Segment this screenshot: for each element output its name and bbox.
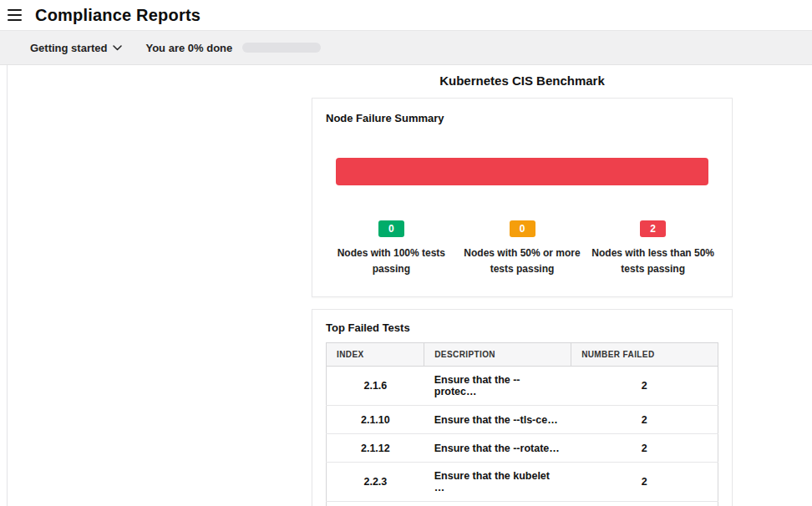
cell-number-failed: 2 [571,367,718,406]
stat-label: Nodes with 50% or more tests passing [459,245,585,276]
table-row: 2.2.10 Ensure that the kubelet … 2 [327,502,718,506]
cell-index: 2.1.12 [327,434,424,463]
cell-number-failed: 2 [571,406,718,434]
cell-number-failed: 2 [571,502,718,506]
cell-index: 2.2.10 [327,502,424,506]
page-title: Compliance Reports [35,6,200,25]
stat-nodes-50-or-more-passing: 0 Nodes with 50% or more tests passing [457,220,588,276]
cell-number-failed: 2 [571,463,718,502]
getting-started-dropdown[interactable]: Getting started [30,42,122,54]
node-failure-summary-title: Node Failure Summary [326,112,718,124]
cell-number-failed: 2 [571,434,718,463]
cell-description: Ensure that the --tls-ce… [424,406,571,434]
stat-label: Nodes with less than 50% tests passing [591,245,716,276]
getting-started-bar: Getting started You are 0% done [0,30,812,65]
table-row: 2.1.10 Ensure that the --tls-ce… 2 [327,406,718,434]
progress-bar [242,43,321,53]
top-failed-tests-table: INDEX DESCRIPTION NUMBER FAILED 2.1.6 En… [326,342,718,506]
cell-description: Ensure that the --rotate… [424,434,571,463]
node-failure-stats: 0 Nodes with 100% tests passing 0 Nodes … [326,220,718,283]
table-header-row: INDEX DESCRIPTION NUMBER FAILED [327,343,718,367]
cell-index: 2.1.10 [327,406,424,434]
stat-badge-green: 0 [378,220,404,237]
column-header-index: INDEX [327,343,424,367]
column-header-number-failed: NUMBER FAILED [571,343,718,367]
top-failed-tests-card: Top Failed Tests INDEX DESCRIPTION NUMBE… [312,309,733,506]
report-title: Kubernetes CIS Benchmark [312,70,733,98]
cell-description: Ensure that the kubelet … [424,463,571,502]
column-header-description: DESCRIPTION [424,343,571,367]
cell-index: 2.1.6 [327,367,424,406]
report-panel: Kubernetes CIS Benchmark Node Failure Su… [7,65,812,506]
node-failure-summary-card: Node Failure Summary 0 Nodes with 100% t… [312,98,733,297]
table-row: 2.1.12 Ensure that the --rotate… 2 [327,434,718,463]
chevron-down-icon [113,45,122,51]
node-failure-bar-chart [336,158,708,185]
stat-badge-orange: 0 [510,220,535,237]
progress-status-text: You are 0% done [145,42,232,54]
table-row: 2.2.3 Ensure that the kubelet … 2 [327,463,718,502]
cell-description: Ensure that the --protec… [424,367,571,406]
stat-badge-red: 2 [640,220,666,237]
top-failed-tests-title: Top Failed Tests [326,321,718,334]
cell-description: Ensure that the kubelet … [424,502,571,506]
cell-index: 2.2.3 [327,463,424,502]
stat-nodes-less-50-passing: 2 Nodes with less than 50% tests passing [587,220,718,276]
report-column: Kubernetes CIS Benchmark Node Failure Su… [312,70,733,506]
menu-icon[interactable] [8,9,24,21]
app-header: Compliance Reports [0,0,812,30]
stat-label: Nodes with 100% tests passing [328,245,454,276]
stat-nodes-100-passing: 0 Nodes with 100% tests passing [326,220,457,276]
table-row: 2.1.6 Ensure that the --protec… 2 [327,367,718,406]
getting-started-label: Getting started [30,42,107,54]
